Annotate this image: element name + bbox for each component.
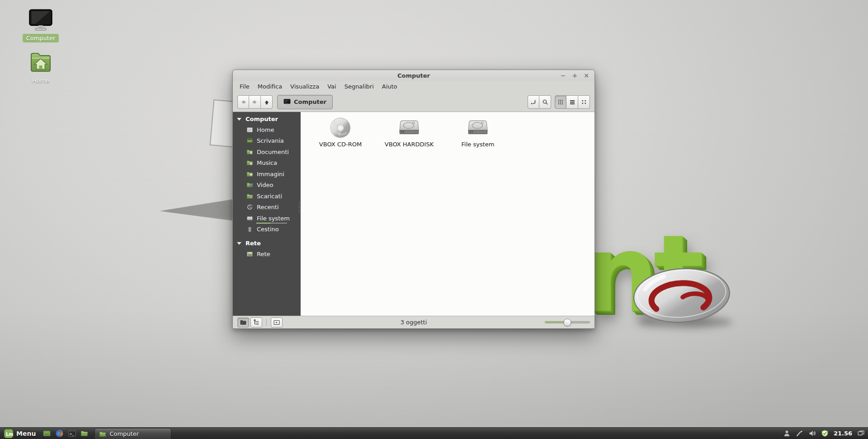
desktop-icon-label: Computer <box>23 34 59 42</box>
search-button[interactable] <box>539 95 551 109</box>
sidebar-item-immagini[interactable]: Immagini <box>233 168 301 180</box>
menu-modifica[interactable]: Modifica <box>254 82 286 91</box>
update-shield-icon[interactable] <box>821 430 829 437</box>
menu-segnalibri[interactable]: Segnalibri <box>340 82 378 91</box>
file-item-vbox-harddisk[interactable]: VBOX HARDDISK <box>375 117 443 148</box>
sidebar-section-computer[interactable]: Computer <box>233 114 301 124</box>
window-content: Computer Home Scrivania Documenti Musica <box>233 112 594 316</box>
compact-view-button[interactable] <box>578 95 590 109</box>
sidebar: Computer Home Scrivania Documenti Musica <box>233 112 301 316</box>
menu-aiuto[interactable]: Aiuto <box>378 82 401 91</box>
sidebar-item-scrivania[interactable]: Scrivania <box>233 135 301 147</box>
up-icon <box>263 98 270 106</box>
toggle-sidebar-icon <box>273 319 280 326</box>
user-icon[interactable] <box>783 430 791 437</box>
system-tray: 21.56 <box>783 430 868 437</box>
menu-button[interactable]: Menu <box>0 428 40 439</box>
computer-monitor-icon <box>28 7 53 33</box>
zoom-slider-knob[interactable] <box>564 318 571 326</box>
up-button[interactable] <box>261 95 273 109</box>
desktop-icon-home[interactable]: Home <box>15 50 66 85</box>
statusbar-separator <box>266 319 267 326</box>
show-desktop-icon[interactable] <box>42 429 51 438</box>
search-icon <box>542 98 549 106</box>
tree-view-icon <box>253 319 260 326</box>
computer-monitor-icon <box>283 98 291 106</box>
maximize-button[interactable]: + <box>572 70 578 81</box>
volume-icon[interactable] <box>808 430 816 437</box>
forward-icon <box>251 98 259 106</box>
tree-view-button[interactable] <box>250 318 262 327</box>
wallpaper-debian-disc <box>631 265 733 332</box>
panel-launchers <box>42 429 88 438</box>
sidebar-item-video[interactable]: Video <box>233 180 301 191</box>
sidebar-item-cestino[interactable]: Cestino <box>233 224 301 235</box>
toolbar: Computer <box>233 92 594 112</box>
desktop-icon-label: Home <box>28 76 53 85</box>
chevron-down-icon <box>237 118 241 121</box>
sidebar-item-musica[interactable]: Musica <box>233 158 301 169</box>
sidebar-item-recenti[interactable]: Recenti <box>233 202 301 213</box>
recent-icon <box>246 204 253 210</box>
toggle-sidebar-button[interactable] <box>271 318 283 327</box>
window-title: Computer <box>397 72 430 79</box>
file-manager-window: Computer − + × File Modifica Visualizza … <box>232 70 595 329</box>
zoom-slider[interactable] <box>545 319 590 326</box>
list-view-icon <box>569 98 576 106</box>
file-item-vbox-cdrom[interactable]: VBOX CD-ROM <box>306 117 375 148</box>
sidebar-item-file-system[interactable]: File system <box>233 213 301 224</box>
menu-file[interactable]: File <box>236 82 254 91</box>
breadcrumb-label: Computer <box>294 98 326 105</box>
minimize-button[interactable]: − <box>561 70 566 81</box>
harddisk-icon <box>467 117 489 139</box>
desktop-icon-computer[interactable]: Computer <box>15 7 66 42</box>
folder-icon <box>99 430 106 438</box>
breadcrumb-computer-button[interactable]: Computer <box>277 95 333 109</box>
images-folder-icon <box>246 171 253 177</box>
firefox-icon[interactable] <box>55 429 64 438</box>
bottom-panel: Menu Computer 21.56 <box>0 427 868 439</box>
menubar: File Modifica Visualizza Vai Segnalibri … <box>233 81 594 92</box>
terminal-icon[interactable] <box>68 429 76 438</box>
sidebar-item-rete[interactable]: Rete <box>233 248 301 260</box>
list-view-button[interactable] <box>566 95 578 109</box>
file-view[interactable]: VBOX CD-ROM VBOX HARDDISK File system <box>301 112 594 316</box>
compact-view-icon <box>580 98 588 106</box>
grid-view-button[interactable] <box>555 95 566 109</box>
menu-visualizza[interactable]: Visualizza <box>286 82 323 91</box>
downloads-folder-icon <box>246 193 253 200</box>
location-entry-toggle-icon <box>530 98 537 106</box>
clock[interactable]: 21.56 <box>834 430 852 437</box>
titlebar[interactable]: Computer − + × <box>233 70 594 81</box>
places-view-button[interactable] <box>237 318 249 327</box>
back-icon <box>240 98 247 106</box>
close-button[interactable]: × <box>584 70 589 81</box>
desktop: nt Computer Home Computer − + × File <box>0 0 868 439</box>
file-item-file-system[interactable]: File system <box>443 117 512 148</box>
mint-logo-icon <box>4 429 13 438</box>
sidebar-section-rete[interactable]: Rete <box>233 238 301 248</box>
back-button[interactable] <box>237 95 249 109</box>
taskbar-window-computer[interactable]: Computer <box>94 428 171 439</box>
statusbar: 3 oggetti <box>233 316 594 328</box>
workspaces-icon[interactable] <box>857 430 865 437</box>
files-icon[interactable] <box>80 430 88 437</box>
cdrom-icon <box>329 117 352 139</box>
places-view-icon <box>240 319 247 326</box>
toggle-location-entry-button[interactable] <box>528 95 539 109</box>
music-folder-icon <box>246 159 253 166</box>
documents-folder-icon <box>246 149 253 155</box>
forward-button[interactable] <box>249 95 261 109</box>
network-folder-icon <box>246 251 253 257</box>
home-icon <box>246 126 253 133</box>
video-folder-icon <box>246 182 253 188</box>
pane-resize-grip[interactable] <box>299 202 300 212</box>
harddisk-icon <box>398 117 420 139</box>
sidebar-item-scaricati[interactable]: Scaricati <box>233 191 301 202</box>
drive-icon <box>246 215 253 222</box>
tablet-pen-icon[interactable] <box>796 430 803 437</box>
sidebar-item-documenti[interactable]: Documenti <box>233 146 301 158</box>
sidebar-item-home[interactable]: Home <box>233 124 301 135</box>
menu-vai[interactable]: Vai <box>323 82 340 91</box>
home-folder-icon <box>28 50 53 75</box>
